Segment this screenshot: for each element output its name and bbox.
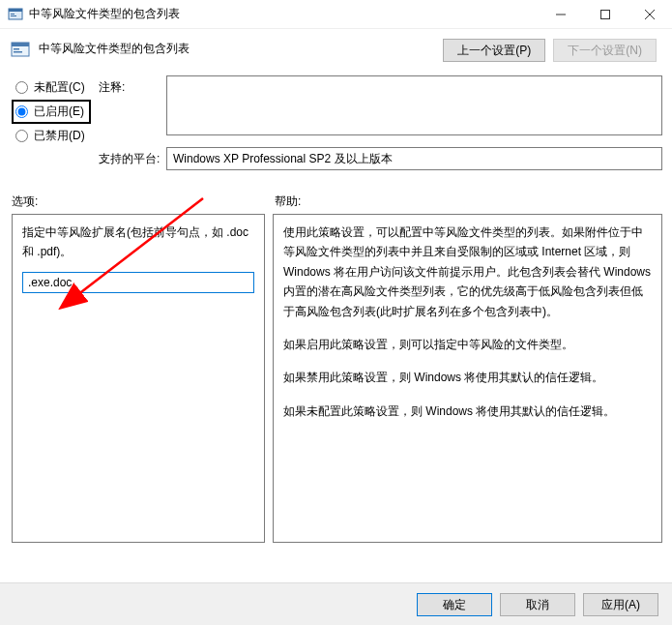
close-button[interactable] <box>628 0 672 29</box>
comment-label: 注释: <box>99 75 162 96</box>
platform-value: Windows XP Professional SP2 及以上版本 <box>166 147 662 170</box>
comment-textarea[interactable] <box>166 75 662 135</box>
main-panels: 指定中等风险扩展名(包括前导句点，如 .doc 和 .pdf)。 使用此策略设置… <box>0 214 672 543</box>
config-row: 未配置(C) 已启用(E) 已禁用(D) 注释: 支持的平台: Windows … <box>0 68 672 176</box>
options-panel: 指定中等风险扩展名(包括前导句点，如 .doc 和 .pdf)。 <box>12 214 265 543</box>
header-title: 中等风险文件类型的包含列表 <box>39 39 435 57</box>
svg-rect-3 <box>11 15 16 16</box>
help-paragraph-2: 如果启用此策略设置，则可以指定中等风险的文件类型。 <box>283 335 652 354</box>
svg-rect-7 <box>12 43 29 46</box>
window-title: 中等风险文件类型的包含列表 <box>29 6 539 22</box>
footer: 确定 取消 应用(A) <box>0 582 672 625</box>
radio-not-configured-input[interactable] <box>15 81 28 94</box>
help-paragraph-1: 使用此策略设置，可以配置中等风险文件类型的列表。如果附件位于中等风险文件类型的列… <box>283 223 652 321</box>
help-label: 帮助: <box>275 193 301 210</box>
radio-disabled-label: 已禁用(D) <box>34 128 85 144</box>
next-setting-button: 下一个设置(N) <box>553 39 657 62</box>
radio-enabled[interactable]: 已启用(E) <box>12 100 91 124</box>
radio-disabled-input[interactable] <box>15 130 28 142</box>
platform-label: 支持的平台: <box>99 147 162 167</box>
header: 中等风险文件类型的包含列表 上一个设置(P) 下一个设置(N) <box>0 29 672 68</box>
state-radio-group: 未配置(C) 已启用(E) 已禁用(D) <box>12 75 91 148</box>
ok-button[interactable]: 确定 <box>417 593 492 616</box>
svg-rect-2 <box>11 14 15 15</box>
titlebar: 中等风险文件类型的包含列表 <box>0 0 672 29</box>
svg-rect-1 <box>9 9 22 12</box>
options-description: 指定中等风险扩展名(包括前导句点，如 .doc 和 .pdf)。 <box>22 223 254 262</box>
help-paragraph-4: 如果未配置此策略设置，则 Windows 将使用其默认的信任逻辑。 <box>283 402 652 421</box>
radio-not-configured[interactable]: 未配置(C) <box>12 75 91 100</box>
help-panel: 使用此策略设置，可以配置中等风险文件类型的列表。如果附件位于中等风险文件类型的列… <box>273 214 662 543</box>
options-label: 选项: <box>12 193 267 210</box>
extensions-input[interactable] <box>22 272 254 293</box>
maximize-button[interactable] <box>583 0 628 29</box>
radio-enabled-label: 已启用(E) <box>34 104 84 120</box>
radio-disabled[interactable]: 已禁用(D) <box>12 124 91 148</box>
svg-rect-5 <box>601 10 610 18</box>
app-icon <box>8 7 23 22</box>
svg-rect-9 <box>14 51 22 53</box>
radio-enabled-input[interactable] <box>15 105 28 118</box>
policy-icon <box>10 39 31 60</box>
radio-not-configured-label: 未配置(C) <box>34 79 85 96</box>
help-paragraph-3: 如果禁用此策略设置，则 Windows 将使用其默认的信任逻辑。 <box>283 368 652 387</box>
svg-rect-4 <box>556 14 566 15</box>
minimize-button[interactable] <box>539 0 583 29</box>
section-labels: 选项: 帮助: <box>0 176 672 214</box>
apply-button[interactable]: 应用(A) <box>583 593 658 616</box>
prev-setting-button[interactable]: 上一个设置(P) <box>443 39 545 62</box>
cancel-button[interactable]: 取消 <box>500 593 575 616</box>
svg-rect-8 <box>14 48 19 50</box>
